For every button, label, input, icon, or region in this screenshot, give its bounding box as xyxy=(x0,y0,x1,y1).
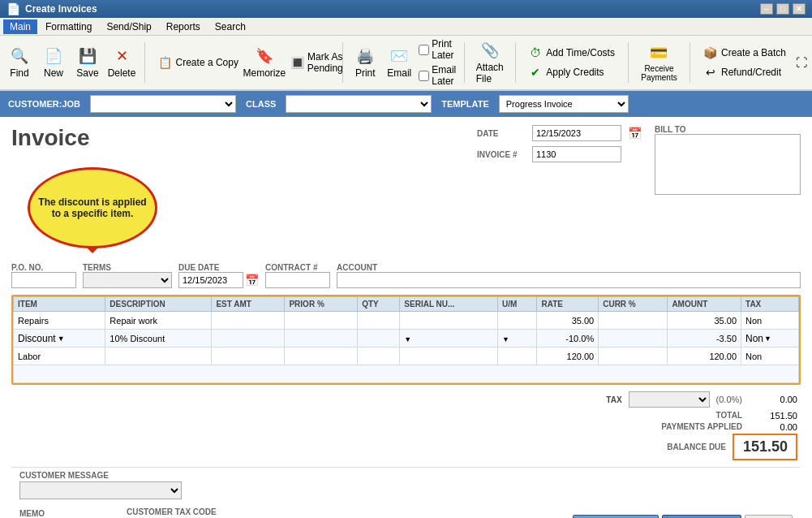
cell-curr-2[interactable] xyxy=(599,347,668,365)
cell-curr-0[interactable] xyxy=(599,312,668,330)
invoice-table: ITEM DESCRIPTION EST AMT PRIOR % QTY SER… xyxy=(13,296,799,383)
tax-dropdown-arrow[interactable]: ▼ xyxy=(764,335,771,343)
email-later-checkbox[interactable] xyxy=(419,71,429,81)
cell-serial-2[interactable] xyxy=(400,347,498,365)
customer-message-select[interactable] xyxy=(19,481,182,499)
cell-item-2[interactable]: Labor xyxy=(14,347,105,365)
due-date-input[interactable] xyxy=(178,272,243,288)
apply-credits-button[interactable]: ✔ Apply Credits xyxy=(523,63,620,81)
cell-serial-1[interactable]: ▼ xyxy=(400,330,498,347)
cell-tax-1[interactable]: Non ▼ xyxy=(741,330,799,347)
invoice-num-input[interactable] xyxy=(532,146,621,162)
date-input[interactable] xyxy=(532,125,621,141)
sep4 xyxy=(515,42,516,83)
cell-prior-0[interactable] xyxy=(285,312,358,330)
delete-button[interactable]: ✕ Delete xyxy=(107,45,136,80)
due-date-calendar-icon[interactable]: 📅 xyxy=(245,274,259,287)
cell-desc-1[interactable]: 10% Discount xyxy=(105,330,212,347)
cell-est-0[interactable] xyxy=(212,312,285,330)
print-button[interactable]: 🖨️ Print xyxy=(350,45,380,80)
create-copy-button[interactable]: 📋 Create a Copy xyxy=(153,54,243,71)
cell-item-0[interactable]: Repairs xyxy=(14,312,105,330)
cell-est-1[interactable] xyxy=(212,330,285,347)
print-later-label[interactable]: Print Later xyxy=(419,38,456,61)
table-row: Repairs Repair work 35.00 35.00 Non xyxy=(14,312,799,330)
save-button[interactable]: 💾 Save xyxy=(73,45,102,80)
add-time-costs-button[interactable]: ⏱ Add Time/Costs xyxy=(523,44,620,62)
email-button[interactable]: ✉️ Email xyxy=(385,45,414,80)
save-new-button[interactable]: Save & New xyxy=(662,515,741,518)
batch-icon: 📦 xyxy=(703,45,718,60)
cell-serial-0[interactable] xyxy=(400,312,498,330)
cell-amount-1[interactable]: -3.50 xyxy=(668,330,741,347)
col-est-amt: EST AMT xyxy=(212,297,285,312)
cell-desc-2[interactable] xyxy=(105,347,212,365)
menu-formatting[interactable]: Formatting xyxy=(39,19,98,34)
action-buttons: Save & Close Save & New Clear xyxy=(573,515,793,518)
cell-item-1[interactable]: Discount ▼ xyxy=(14,330,105,347)
new-button[interactable]: 📄 New xyxy=(39,45,68,80)
menu-main[interactable]: Main xyxy=(3,19,37,34)
terms-select[interactable] xyxy=(83,272,172,288)
refund-credit-button[interactable]: ↩ Refund/Credit xyxy=(698,63,791,81)
po-no-label: P.O. NO. xyxy=(11,263,76,272)
customer-message-label: CUSTOMER MESSAGE xyxy=(19,471,217,480)
cell-rate-2[interactable]: 120.00 xyxy=(537,347,599,365)
cell-qty-1[interactable] xyxy=(358,330,400,347)
main-content: Invoice The discount is applied to a spe… xyxy=(0,117,812,518)
clear-button[interactable]: Clear xyxy=(745,515,793,518)
cell-amount-2[interactable]: 120.00 xyxy=(668,347,741,365)
memorize-button[interactable]: 🔖 Memorize xyxy=(248,45,281,80)
bill-to-box[interactable] xyxy=(655,134,801,195)
balance-due-value: 151.50 xyxy=(733,434,797,460)
tax-select[interactable] xyxy=(629,391,710,408)
cell-um-2[interactable] xyxy=(497,347,536,365)
um-dropdown-arrow[interactable]: ▼ xyxy=(502,335,509,343)
cell-curr-1[interactable] xyxy=(599,330,668,347)
cell-prior-1[interactable] xyxy=(285,330,358,347)
invoice-num-label: INVOICE # xyxy=(477,150,526,159)
serial-dropdown-arrow[interactable]: ▼ xyxy=(404,335,411,343)
cell-tax-0[interactable]: Non xyxy=(741,312,799,330)
payments-applied-label: PAYMENTS APPLIED xyxy=(661,422,742,432)
mark-pending-button[interactable]: 🔳 Mark As Pending xyxy=(286,50,334,76)
total-label: TOTAL xyxy=(716,411,742,421)
contract-input[interactable] xyxy=(265,272,330,288)
menu-reports[interactable]: Reports xyxy=(160,19,207,34)
create-batch-button[interactable]: 📦 Create a Batch xyxy=(698,44,791,62)
dropdown-arrow-icon[interactable]: ▼ xyxy=(58,335,65,343)
expand-button[interactable]: ⛶ xyxy=(796,56,807,69)
menu-search[interactable]: Search xyxy=(208,19,252,34)
cell-est-2[interactable] xyxy=(212,347,285,365)
close-button[interactable]: ✕ xyxy=(793,3,806,15)
maximize-button[interactable]: □ xyxy=(776,3,789,15)
cell-um-0[interactable] xyxy=(497,312,536,330)
attach-file-button[interactable]: 📎 Attach File xyxy=(473,39,507,86)
save-close-button[interactable]: Save & Close xyxy=(573,515,659,518)
calendar-icon[interactable]: 📅 xyxy=(628,127,642,140)
cell-tax-2[interactable]: Non xyxy=(741,347,799,365)
invoice-title: Invoice xyxy=(11,125,174,151)
minimize-button[interactable]: ─ xyxy=(760,3,773,15)
po-no-input[interactable] xyxy=(11,272,76,288)
customer-job-select[interactable] xyxy=(90,95,236,113)
account-label: ACCOUNT xyxy=(337,263,801,272)
receive-payments-button[interactable]: 💳 Receive Payments xyxy=(636,41,681,84)
cell-rate-1[interactable]: -10.0% xyxy=(537,330,599,347)
menu-sendship[interactable]: Send/Ship xyxy=(100,19,157,34)
cell-amount-0[interactable]: 35.00 xyxy=(668,312,741,330)
cell-um-1[interactable]: ▼ xyxy=(497,330,536,347)
cell-qty-2[interactable] xyxy=(358,347,400,365)
cell-qty-0[interactable] xyxy=(358,312,400,330)
account-input[interactable] xyxy=(337,272,801,288)
credits-icon: ✔ xyxy=(528,65,543,80)
print-later-checkbox[interactable] xyxy=(419,45,429,55)
contract-label: CONTRACT # xyxy=(265,263,330,272)
class-select[interactable] xyxy=(286,95,432,113)
cell-desc-0[interactable]: Repair work xyxy=(105,312,212,330)
cell-prior-2[interactable] xyxy=(285,347,358,365)
find-button[interactable]: 🔍 Find xyxy=(5,45,34,80)
template-select[interactable]: Progress Invoice xyxy=(499,95,629,113)
cell-rate-0[interactable]: 35.00 xyxy=(537,312,599,330)
email-later-label[interactable]: Email Later xyxy=(419,64,456,87)
